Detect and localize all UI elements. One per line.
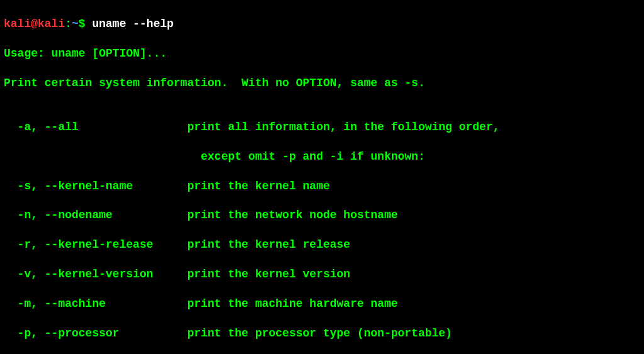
output-line: -m, --machine print the machine hardware…	[4, 297, 640, 311]
output-line: -r, --kernel-release print the kernel re…	[4, 238, 640, 252]
output-line: -a, --all print all information, in the …	[4, 120, 640, 135]
command-text: uname --help	[92, 18, 174, 30]
output-line: except omit -p and -i if unknown:	[4, 150, 640, 164]
output-line: Usage: uname [OPTION]...	[4, 47, 640, 61]
output-line: -n, --nodename print the network node ho…	[4, 208, 640, 223]
prompt-dollar: $	[79, 18, 92, 30]
terminal[interactable]: kali@kali:~$ uname --help Usage: uname […	[4, 3, 640, 354]
prompt-path: ~	[72, 18, 79, 30]
output-line: Print certain system information. With n…	[4, 76, 640, 91]
output-line: -v, --kernel-version print the kernel ve…	[4, 267, 640, 282]
output-line: -p, --processor print the processor type…	[4, 326, 640, 341]
output-line: -s, --kernel-name print the kernel name	[4, 179, 640, 194]
prompt-user: kali@kali	[4, 18, 65, 30]
prompt-separator: :	[65, 18, 72, 30]
command-line-1: kali@kali:~$ uname --help	[4, 17, 640, 31]
